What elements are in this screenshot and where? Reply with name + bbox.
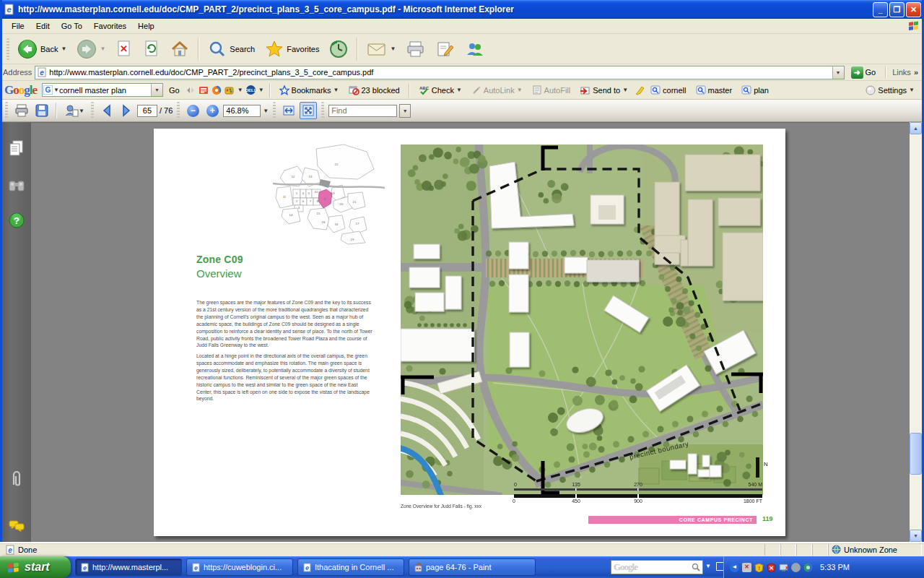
menu-favorites[interactable]: Favorites	[88, 20, 132, 32]
tray-monitor-icon[interactable]: x	[779, 563, 788, 572]
mail-dropdown-icon[interactable]: ▼	[390, 46, 396, 52]
tray-device-icon[interactable]	[791, 563, 801, 572]
pdf-toolbar-grip[interactable]	[5, 102, 8, 119]
menu-help[interactable]: Help	[132, 20, 160, 32]
pdf-zoom-input[interactable]	[223, 105, 261, 117]
highlighter-icon[interactable]	[634, 85, 645, 95]
taskbar-task-3[interactable]: e Ithacating in Cornell ...	[297, 558, 404, 576]
clock[interactable]: 5:33 PM	[820, 563, 850, 571]
start-button[interactable]: start	[0, 556, 71, 578]
taskbar-task-1[interactable]: e http://www.masterpl...	[75, 558, 182, 576]
desktop-search-dropdown-icon[interactable]: ▼	[705, 563, 711, 569]
scrollbar-thumb[interactable]	[910, 433, 922, 475]
history-button[interactable]	[325, 38, 352, 61]
settings-button[interactable]: Settings▼	[862, 84, 918, 97]
games-dropdown-icon[interactable]: ▼	[237, 87, 243, 93]
highlight-word-cornell[interactable]: cornell	[647, 84, 689, 96]
google-desktop-search[interactable]: Google	[611, 560, 703, 574]
pdf-zoom-dropdown-icon[interactable]: ▼	[263, 108, 269, 114]
forward-button[interactable]: ▼	[72, 37, 110, 61]
search-button[interactable]: Search	[204, 38, 259, 61]
messenger-button[interactable]	[461, 38, 489, 60]
back-button[interactable]: Back ▼	[13, 37, 71, 61]
send-to-button[interactable]: Send to▼	[576, 84, 632, 97]
back-dropdown-icon[interactable]: ▼	[61, 46, 66, 52]
scroll-down-icon[interactable]: ▼	[910, 530, 922, 542]
help-icon[interactable]: ?	[8, 212, 25, 230]
tray-antivirus-icon[interactable]: ✕	[767, 563, 776, 572]
google-go-button[interactable]: Go	[165, 85, 183, 96]
pdf-prev-page-button[interactable]	[98, 102, 116, 119]
attachments-icon[interactable]	[9, 469, 25, 491]
taskbar-task-2[interactable]: e https://cuweblogin.ci...	[186, 558, 293, 576]
word-find-icon	[741, 85, 751, 95]
home-button[interactable]	[166, 38, 193, 61]
print-button[interactable]	[401, 38, 430, 60]
menu-edit[interactable]: Edit	[30, 20, 56, 32]
links-label[interactable]: Links	[892, 68, 911, 77]
go-button[interactable]: ➜ Go	[847, 66, 880, 79]
pdf-email-button[interactable]: ▼	[62, 102, 87, 119]
tray-security-shield-icon[interactable]: !	[754, 563, 764, 572]
pdf-toolbar-grip[interactable]	[91, 102, 94, 119]
address-input[interactable]	[49, 67, 829, 78]
dell-dropdown-icon[interactable]: ▼	[258, 87, 264, 93]
pdf-toolbar-grip[interactable]	[177, 102, 180, 119]
google-search-input[interactable]	[59, 86, 151, 95]
google-search-box[interactable]: G ▼ ▼	[42, 83, 163, 97]
google-g-icon[interactable]: G	[43, 85, 53, 95]
chevron-icon[interactable]: »	[914, 68, 918, 77]
refresh-button[interactable]	[139, 38, 165, 61]
swirl-icon[interactable]	[212, 85, 222, 95]
dell-icon[interactable]: DELL	[245, 85, 256, 95]
close-button[interactable]: ✕	[906, 2, 921, 17]
google-g-dropdown-icon[interactable]: ▼	[53, 87, 59, 93]
favorites-button[interactable]: Favorites	[261, 38, 323, 61]
pdf-print-button[interactable]	[12, 102, 31, 119]
pdf-save-button[interactable]	[33, 102, 51, 119]
menu-goto[interactable]: Go To	[56, 20, 88, 32]
taskbar-task-4[interactable]: page 64-76 - Paint	[409, 558, 536, 576]
google-search-dropdown-icon[interactable]: ▼	[151, 84, 162, 96]
tray-language-icon[interactable]: ◄	[730, 563, 739, 572]
fit-page-button[interactable]	[300, 102, 317, 119]
vertical-scrollbar[interactable]: ▲ ▼	[910, 122, 922, 542]
spellcheck-button[interactable]: ABC Check▼	[415, 84, 466, 97]
pdf-find-input[interactable]	[328, 105, 397, 117]
games-icon[interactable]	[225, 85, 235, 95]
address-input-box[interactable]: e ▼	[35, 66, 844, 79]
pdf-find-dropdown-icon[interactable]: ▼	[399, 104, 411, 118]
tray-quicktime-icon[interactable]	[803, 563, 813, 572]
pdf-toolbar-grip[interactable]	[321, 102, 324, 119]
news-icon[interactable]	[199, 85, 209, 95]
toolbar-grip[interactable]	[6, 38, 9, 60]
title-bar[interactable]: e http://www.masterplan.cornell.edu/doc/…	[0, 0, 924, 19]
pdf-zoom-in-button[interactable]: +	[204, 102, 221, 119]
restore-button[interactable]: ❐	[889, 2, 905, 17]
address-dropdown-icon[interactable]: ▼	[832, 66, 844, 79]
tray-network-disconnect-icon[interactable]: ✕	[742, 563, 751, 572]
mail-button[interactable]: ▼	[362, 38, 400, 60]
body-paragraph-2: Located at a hinge point in the directio…	[196, 353, 374, 402]
pdf-next-page-button[interactable]	[118, 102, 135, 119]
menu-file[interactable]: File	[6, 20, 30, 32]
autofill-icon	[532, 85, 542, 95]
pdf-toolbar-grip[interactable]	[273, 102, 276, 119]
bookmarks-button[interactable]: Bookmarks▼	[276, 84, 343, 97]
search-panel-icon[interactable]	[8, 177, 25, 194]
zoom-in-icon: +	[206, 105, 219, 117]
forward-dropdown-icon[interactable]: ▼	[100, 46, 105, 52]
highlight-word-plan[interactable]: plan	[738, 84, 772, 96]
scroll-up-icon[interactable]: ▲	[910, 122, 922, 134]
pages-panel-icon[interactable]	[9, 139, 25, 158]
minimize-button[interactable]: _	[873, 2, 888, 17]
edit-button[interactable]	[432, 38, 459, 60]
pdf-page-input[interactable]	[137, 105, 157, 117]
comments-icon[interactable]	[8, 519, 25, 535]
stop-button[interactable]: ✕	[111, 38, 137, 61]
highlight-word-master[interactable]: master	[692, 84, 736, 96]
pdf-zoom-out-button[interactable]: −	[184, 102, 201, 119]
fit-width-button[interactable]	[280, 102, 297, 119]
pdf-email-dropdown-icon[interactable]: ▼	[79, 108, 84, 114]
popup-blocker-button[interactable]: 23 blocked	[345, 84, 404, 97]
